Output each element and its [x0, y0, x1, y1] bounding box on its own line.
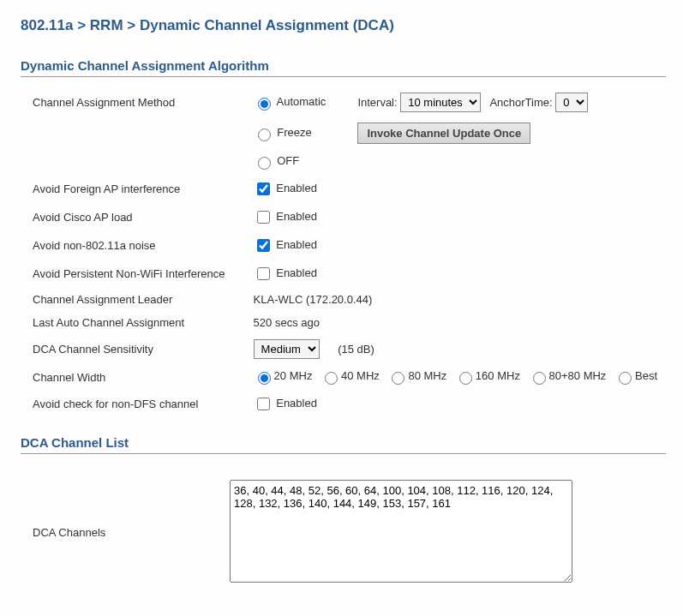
algorithm-table: Channel Assignment Method Automatic Inte… [21, 87, 666, 418]
radio-8080mhz[interactable] [533, 372, 546, 385]
anchor-select[interactable]: 0 [555, 93, 588, 112]
label-last-auto: Last Auto Channel Assignment [21, 311, 250, 334]
label-sensitivity: DCA Channel Sensitivity [21, 334, 250, 364]
enabled-persistent: Enabled [276, 266, 317, 279]
check-cisco-load[interactable] [257, 211, 270, 224]
enabled-cisco-load: Enabled [276, 210, 317, 223]
radio-80-wrap[interactable]: 80 MHz [387, 369, 446, 382]
invoke-update-button[interactable]: Invoke Channel Update Once [357, 123, 530, 144]
label-foreign-ap: Avoid Foreign AP interference [21, 175, 250, 203]
label-method: Channel Assignment Method [21, 87, 250, 117]
channel-list-table: DCA Channels [21, 464, 666, 606]
label-noise: Avoid non-802.11a noise [21, 231, 250, 260]
breadcrumb: 802.11a > RRM > Dynamic Channel Assignme… [21, 17, 666, 34]
label-avoid-dfs: Avoid check for non-DFS channel [21, 390, 250, 418]
radio-off[interactable] [258, 157, 271, 170]
sensitivity-select[interactable]: Medium [254, 339, 320, 359]
radio-8080-wrap[interactable]: 80+80 MHz [529, 369, 607, 382]
enabled-noise: Enabled [276, 238, 317, 251]
check-persistent[interactable] [257, 267, 270, 280]
radio-160-wrap[interactable]: 160 MHz [455, 369, 520, 382]
interval-select[interactable]: 10 minutes [400, 93, 481, 112]
radio-160mhz[interactable] [459, 372, 472, 385]
label-persistent: Avoid Persistent Non-WiFi Interference [21, 260, 250, 288]
radio-freeze[interactable] [258, 129, 271, 141]
label-8080mhz: 80+80 MHz [549, 369, 607, 382]
enabled-foreign-ap: Enabled [276, 182, 317, 194]
radio-freeze-label: Freeze [277, 126, 311, 139]
radio-freeze-wrap[interactable]: Freeze [254, 126, 312, 139]
radio-20-wrap[interactable]: 20 MHz [254, 369, 313, 382]
radio-automatic-label: Automatic [277, 95, 327, 108]
radio-off-label: OFF [277, 154, 299, 167]
label-width: Channel Width [21, 364, 250, 390]
label-160mhz: 160 MHz [476, 369, 520, 382]
radio-40mhz[interactable] [325, 372, 338, 385]
radio-best-wrap[interactable]: Best [614, 369, 657, 382]
value-last-auto: 520 secs ago [250, 311, 666, 334]
radio-best[interactable] [619, 372, 632, 385]
label-20mhz: 20 MHz [274, 369, 313, 382]
label-cisco-load: Avoid Cisco AP load [21, 203, 250, 231]
value-leader: KLA-WLC (172.20.0.44) [250, 288, 666, 311]
anchor-label: AnchorTime: [489, 96, 552, 109]
label-leader: Channel Assignment Leader [21, 288, 250, 311]
label-dca-channels: DCA Channels [21, 464, 226, 606]
label-40mhz: 40 MHz [341, 369, 380, 382]
section-algorithm-title: Dynamic Channel Assignment Algorithm [21, 58, 666, 77]
radio-40-wrap[interactable]: 40 MHz [321, 369, 380, 382]
enabled-avoid-dfs: Enabled [276, 397, 317, 410]
check-noise[interactable] [257, 239, 270, 252]
dca-channels-textarea[interactable] [230, 480, 572, 583]
label-best: Best [635, 369, 657, 382]
sensitivity-db: (15 dB) [338, 343, 374, 356]
radio-80mhz[interactable] [392, 372, 404, 385]
radio-automatic-wrap[interactable]: Automatic [254, 95, 327, 108]
radio-20mhz[interactable] [258, 372, 271, 385]
check-avoid-dfs[interactable] [257, 398, 270, 410]
radio-off-wrap[interactable]: OFF [254, 154, 300, 167]
label-80mhz: 80 MHz [408, 369, 446, 382]
interval-label: Interval: [357, 96, 397, 109]
radio-automatic[interactable] [258, 98, 271, 111]
check-foreign-ap[interactable] [257, 182, 270, 195]
section-channel-list-title: DCA Channel List [21, 435, 666, 454]
